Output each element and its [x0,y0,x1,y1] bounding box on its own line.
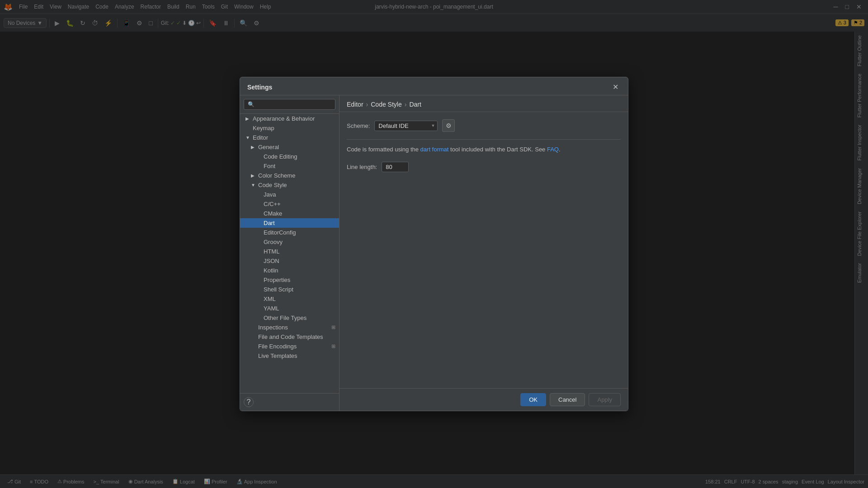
tree-item-label: Font [264,163,275,169]
tree-item-label: Code Editing [264,153,297,160]
tree-item-label: Editor [253,134,268,141]
tree-item-label: YAML [264,305,279,312]
settings-dialog: Settings ✕ ▶ Appearance & Behavior [240,77,628,411]
tree-item-html[interactable]: HTML [240,247,339,256]
arrow-icon: ▼ [245,135,251,140]
tree-item-cmake[interactable]: CMake [240,209,339,218]
dialog-left-panel: ▶ Appearance & Behavior Keymap ▼ Editor [240,95,340,411]
tree-item-other-file-types[interactable]: Other File Types [240,313,339,323]
tree-item-live-templates[interactable]: Live Templates [240,351,339,361]
tree-item-label: Kotlin [264,267,278,274]
tree-item-label: C/C++ [264,201,281,207]
tree-item-code-editing[interactable]: Code Editing [240,152,339,161]
tree-item-label: Properties [264,277,290,283]
dialog-help-area: ? [240,393,339,411]
tree-item-label: Dart [264,220,275,226]
gear-icon: ⚙ [446,122,452,129]
dialog-body: ▶ Appearance & Behavior Keymap ▼ Editor [240,95,628,411]
breadcrumb-sep1: › [366,101,368,108]
line-length-row: Line length: [347,162,621,172]
apply-button[interactable]: Apply [589,393,621,406]
info-text-end: . [559,146,561,153]
tree-item-general[interactable]: ▶ General [240,142,339,152]
tree-item-label: File and Code Templates [258,333,323,340]
tree-item-label: EditorConfig [264,229,296,236]
tree-item-color-scheme[interactable]: ▶ Color Scheme [240,171,339,180]
arrow-icon: ▶ [251,145,256,150]
scheme-select-wrapper: Default IDE [374,121,438,131]
tree-item-appearance[interactable]: ▶ Appearance & Behavior [240,114,339,123]
tree-item-groovy[interactable]: Groovy [240,237,339,247]
dialog-close-button[interactable]: ✕ [610,82,621,92]
tree-item-json[interactable]: JSON [240,256,339,266]
tree-item-code-style[interactable]: ▼ Code Style [240,180,339,190]
scheme-select[interactable]: Default IDE [374,121,438,131]
tree-item-kotlin[interactable]: Kotlin [240,266,339,275]
tree-item-editorconfig[interactable]: EditorConfig [240,228,339,237]
tree-item-label: Keymap [253,125,274,131]
file-encodings-icon: ⊞ [331,343,335,349]
tree-item-yaml[interactable]: YAML [240,304,339,313]
dialog-search-area [240,95,339,114]
tree-item-label: JSON [264,258,279,264]
dialog-right-panel: Editor › Code Style › Dart Scheme: [340,95,628,411]
tree-item-editor[interactable]: ▼ Editor [240,133,339,142]
breadcrumb-part2: Code Style [371,101,401,108]
tree-item-java[interactable]: Java [240,190,339,199]
dart-format-link[interactable]: dart format [420,146,449,153]
divider [347,139,621,140]
tree-item-label: CMake [264,210,282,217]
tree-item-cpp[interactable]: C/C++ [240,199,339,209]
dialog-title-bar: Settings ✕ [240,77,628,95]
tree-item-label: XML [264,296,276,302]
tree-item-label: Shell Script [264,286,293,293]
scheme-label: Scheme: [347,122,370,129]
tree-item-label: Java [264,191,276,198]
tree-item-file-code-templates[interactable]: File and Code Templates [240,332,339,342]
tree-item-label: Color Scheme [258,172,295,179]
tree-item-label: Live Templates [258,352,297,359]
breadcrumb-part1: Editor [347,101,363,108]
info-text-before: Code is formatted using the [347,146,420,153]
cancel-button[interactable]: Cancel [550,393,585,406]
arrow-icon: ▶ [251,173,256,178]
tree-item-label: HTML [264,248,279,255]
tree-item-label: Inspections [258,324,288,331]
ok-button[interactable]: OK [520,393,546,406]
tree-item-label: Groovy [264,239,283,245]
dialog-title: Settings [247,84,272,91]
tree-item-file-encodings[interactable]: File Encodings ⊞ [240,342,339,351]
modal-overlay: Settings ✕ ▶ Appearance & Behavior [0,0,868,488]
tree-item-shell-script[interactable]: Shell Script [240,285,339,294]
scheme-row: Scheme: Default IDE ⚙ [347,119,621,132]
tree-item-label: General [258,144,279,150]
dialog-content-body: Scheme: Default IDE ⚙ Code is [340,112,628,388]
dialog-footer: OK Cancel Apply [340,388,628,411]
dialog-content-header: Editor › Code Style › Dart [340,95,628,112]
info-text: Code is formatted using the dart format … [347,145,621,155]
settings-search-input[interactable] [244,99,335,110]
breadcrumb-sep2: › [405,101,407,108]
tree-item-properties[interactable]: Properties [240,275,339,285]
tree-item-xml[interactable]: XML [240,294,339,304]
tree-item-dart[interactable]: Dart [240,218,339,228]
breadcrumb: Editor › Code Style › Dart [347,101,621,108]
tree-item-font[interactable]: Font [240,161,339,171]
tree-item-label: File Encodings [258,343,297,350]
faq-link[interactable]: FAQ [547,146,559,153]
line-length-input[interactable] [382,162,409,172]
tree-item-label: Appearance & Behavior [253,115,315,122]
tree-item-keymap[interactable]: Keymap [240,123,339,133]
arrow-icon: ▶ [245,116,251,121]
scheme-gear-button[interactable]: ⚙ [442,119,455,132]
settings-tree: ▶ Appearance & Behavior Keymap ▼ Editor [240,114,339,393]
breadcrumb-part3: Dart [409,101,421,108]
arrow-icon: ▼ [251,183,256,188]
info-text-after: tool included with the Dart SDK. See [448,146,547,153]
tree-item-inspections[interactable]: Inspections ⊞ [240,323,339,332]
tree-item-label: Code Style [258,182,287,188]
help-button[interactable]: ? [244,397,254,407]
inspections-icon: ⊞ [331,324,335,330]
line-length-label: Line length: [347,164,377,170]
tree-item-label: Other File Types [264,314,307,321]
